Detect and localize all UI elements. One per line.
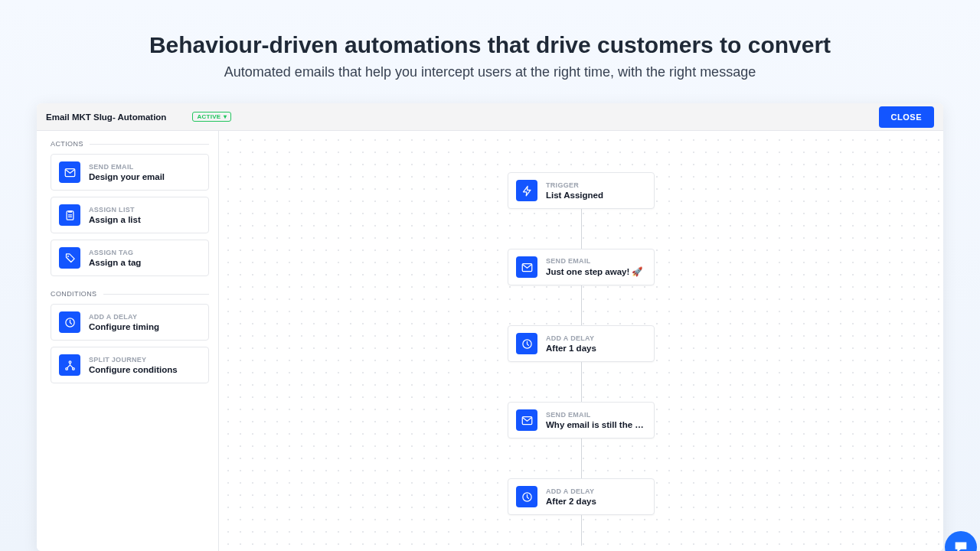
chat-widget-button[interactable] — [945, 531, 977, 551]
card-kicker: ADD A DELAY — [89, 313, 159, 321]
node-kicker: SEND EMAIL — [546, 257, 642, 265]
tag-icon — [59, 247, 80, 269]
clock-icon — [516, 333, 537, 354]
flow-canvas[interactable]: TRIGGER List Assigned SEND EMAIL Just on… — [219, 131, 943, 551]
flow-node-send-email[interactable]: SEND EMAIL Why email is still the best w… — [508, 402, 655, 439]
flow-node-delay[interactable]: ADD A DELAY After 1 days — [508, 325, 655, 362]
page-subtitle: Automated emails that help you intercept… — [0, 64, 980, 80]
sidebar-section-label-actions: ACTIONS — [51, 140, 209, 148]
close-button[interactable]: CLOSE — [879, 106, 934, 128]
flow-node-trigger[interactable]: TRIGGER List Assigned — [508, 172, 655, 209]
node-title: Just one step away! 🚀 — [546, 266, 642, 277]
mail-icon — [516, 256, 537, 278]
sidebar-section-label-conditions: CONDITIONS — [51, 290, 209, 298]
action-assign-tag[interactable]: ASSIGN TAG Assign a tag — [51, 240, 209, 276]
mail-icon — [59, 161, 80, 183]
node-title: After 2 days — [546, 497, 596, 506]
node-kicker: ADD A DELAY — [546, 487, 596, 495]
flow-connector — [581, 362, 582, 402]
node-kicker: SEND EMAIL — [546, 411, 646, 419]
mail-icon — [516, 409, 537, 431]
chat-icon — [952, 539, 969, 551]
topbar: Email MKT Slug- Automation ACTIVE CLOSE — [37, 103, 943, 131]
page-title: Behaviour-driven automations that drive … — [0, 32, 980, 58]
node-kicker: ADD A DELAY — [546, 334, 596, 342]
condition-split-journey[interactable]: SPLIT JOURNEY Configure conditions — [51, 347, 209, 383]
flow-connector — [581, 439, 582, 478]
card-title: Configure timing — [89, 322, 159, 331]
card-kicker: SPLIT JOURNEY — [89, 356, 178, 364]
split-icon — [59, 354, 80, 376]
card-title: Assign a list — [89, 215, 141, 224]
node-title: After 1 days — [546, 344, 596, 353]
node-title: List Assigned — [546, 191, 603, 200]
card-title: Configure conditions — [89, 365, 178, 374]
clock-icon — [59, 311, 80, 333]
flow-connector — [581, 285, 582, 325]
sidebar: ACTIONS SEND EMAIL Design your email ASS… — [37, 131, 219, 551]
trigger-icon — [516, 180, 537, 201]
list-icon — [59, 204, 80, 226]
node-kicker: TRIGGER — [546, 181, 603, 189]
automation-name: Email MKT Slug- Automation — [46, 112, 166, 122]
card-kicker: ASSIGN TAG — [89, 249, 141, 256]
condition-add-delay[interactable]: ADD A DELAY Configure timing — [51, 304, 209, 341]
flow-connector — [581, 209, 582, 249]
node-title: Why email is still the best wa… — [546, 420, 646, 429]
clock-icon — [516, 486, 537, 507]
card-kicker: ASSIGN LIST — [89, 206, 141, 214]
action-assign-list[interactable]: ASSIGN LIST Assign a list — [51, 197, 209, 233]
flow-node-delay[interactable]: ADD A DELAY After 2 days — [508, 478, 655, 515]
card-title: Design your email — [89, 172, 165, 181]
flow-node-send-email[interactable]: SEND EMAIL Just one step away! 🚀 — [508, 249, 655, 285]
status-badge[interactable]: ACTIVE — [192, 112, 230, 122]
action-send-email[interactable]: SEND EMAIL Design your email — [51, 154, 209, 191]
card-kicker: SEND EMAIL — [89, 163, 165, 171]
flow-connector — [581, 515, 582, 546]
app-window: Email MKT Slug- Automation ACTIVE CLOSE … — [37, 103, 943, 551]
card-title: Assign a tag — [89, 258, 141, 267]
